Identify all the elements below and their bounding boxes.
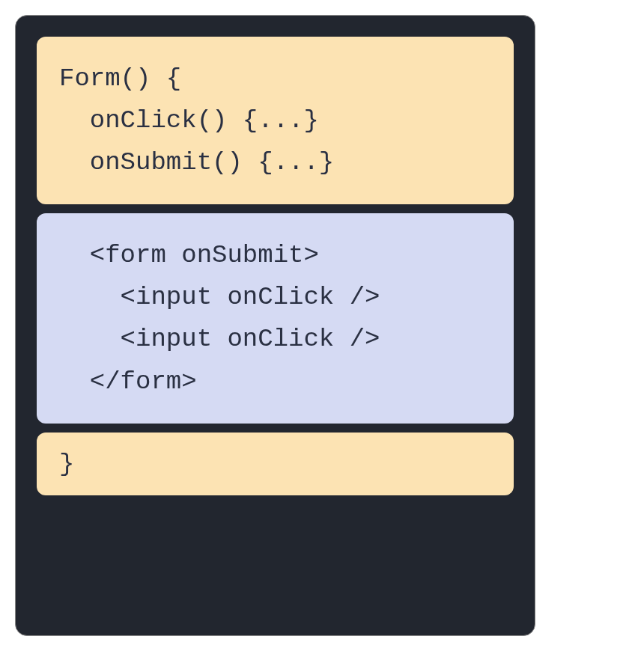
jsx-block: <form onSubmit> <input onClick /> <input… bbox=[37, 213, 514, 423]
code-line: <input onClick /> bbox=[59, 276, 491, 318]
function-footer-block: } bbox=[37, 433, 514, 495]
code-line: <input onClick /> bbox=[59, 318, 491, 360]
code-line: Form() { bbox=[59, 58, 491, 100]
function-header-block: Form() { onClick() {...} onSubmit() {...… bbox=[37, 37, 514, 204]
diagram-container: Form() { onClick() {...} onSubmit() {...… bbox=[15, 15, 535, 636]
code-line: </form> bbox=[59, 361, 491, 403]
code-line: onSubmit() {...} bbox=[59, 141, 491, 183]
code-line: <form onSubmit> bbox=[59, 234, 491, 276]
code-line: onClick() {...} bbox=[59, 100, 491, 141]
code-line: } bbox=[59, 443, 491, 485]
